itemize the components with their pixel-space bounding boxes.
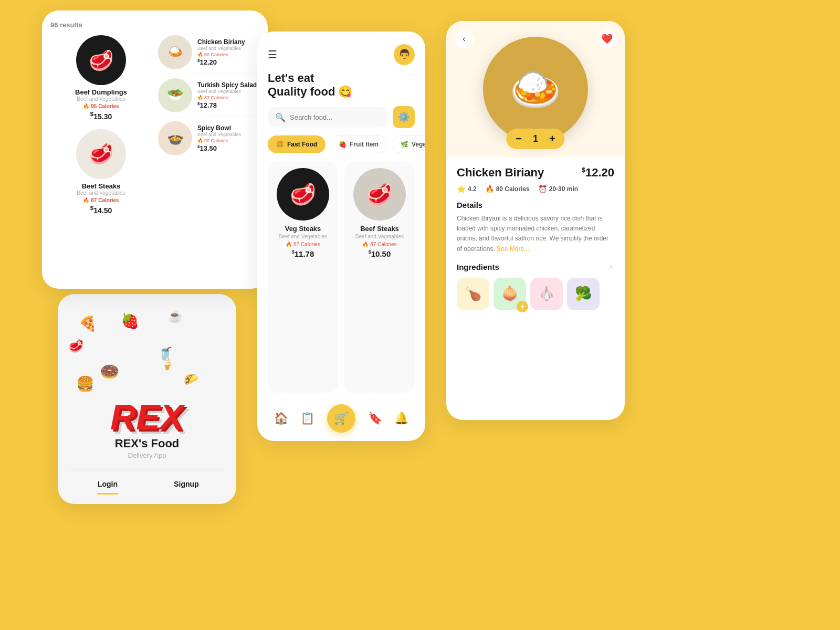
menu-icon[interactable]: ☰ bbox=[268, 48, 277, 61]
calories-value: 80 Calories bbox=[496, 185, 530, 193]
calories-row: 🔥 95 Calories bbox=[83, 103, 119, 109]
coffee-icon: ☕ bbox=[168, 310, 182, 323]
icecream-icon: 🍦 bbox=[160, 357, 174, 371]
cart-nav-button[interactable]: 🛒 bbox=[327, 404, 355, 433]
veg-steaks-image: 🥩 bbox=[277, 168, 329, 220]
calories-text: 87 Calories bbox=[204, 95, 228, 100]
splash-card: 🍕 🍓 ☕ 🥩 🥤 🍩 🍦 🍔 🌮 REX REX's Food Deliver… bbox=[58, 294, 236, 504]
food-image: 🍲 bbox=[158, 121, 192, 155]
rating-meta: ⭐ 4.2 bbox=[457, 185, 477, 193]
bookmark-nav-icon[interactable]: 🔖 bbox=[368, 412, 382, 425]
ingredients-title: Ingredients bbox=[457, 262, 499, 271]
food-price: $15.30 bbox=[90, 110, 112, 121]
back-button[interactable]: ‹ bbox=[455, 29, 474, 48]
login-button[interactable]: Login bbox=[68, 477, 147, 491]
food-tile-name: Veg Steaks bbox=[285, 225, 321, 233]
emoji-decoration: 🍕 🍓 ☕ 🥩 🥤 🍩 🍦 🍔 🌮 bbox=[68, 310, 226, 394]
cat-label: Fast Food bbox=[287, 141, 317, 148]
clock-icon: ⏰ bbox=[538, 185, 547, 193]
filter-button[interactable]: ⚙️ bbox=[393, 106, 415, 128]
detail-title-row: Chicken Biriany $12.20 bbox=[457, 166, 614, 180]
results-count: 96 results bbox=[50, 21, 259, 29]
quantity-value: 1 bbox=[530, 133, 541, 144]
list-item[interactable]: 🍲 Spicy Bowl Beef and Vegetables 🔥 90 Ca… bbox=[158, 121, 259, 155]
burger-icon: 🍔 bbox=[76, 375, 94, 393]
left-column: 🥩 Beef Dumplings Beef and Vegetables 🔥 9… bbox=[50, 35, 152, 277]
food-desc: Beef and Vegetables bbox=[197, 89, 257, 94]
food-tile-cal: 🔥 87 Calories bbox=[286, 242, 320, 247]
food-description: Chicken Biryani is a delicious savory ri… bbox=[457, 214, 614, 254]
food-tile-desc: Beef and Vegetables bbox=[279, 234, 327, 239]
calories-text: 90 Calories bbox=[204, 138, 228, 143]
food-image: 🍛 bbox=[158, 35, 192, 69]
list-item[interactable]: 🥩 Beef Dumplings Beef and Vegetables 🔥 9… bbox=[50, 35, 152, 121]
ingredients-arrow-icon[interactable]: → bbox=[605, 261, 614, 272]
quantity-decrease-button[interactable]: − bbox=[516, 133, 522, 145]
see-more-link[interactable]: See More... bbox=[497, 245, 529, 253]
fruit-cat-icon: 🍓 bbox=[339, 141, 346, 148]
calories-meta: 🔥 80 Calories bbox=[485, 185, 530, 193]
food-price: $12.78 bbox=[197, 101, 257, 109]
greeting-section: Let's eat Quality food 😋 bbox=[257, 71, 425, 106]
food-info: Turkish Spicy Salad Beef and Vegetables … bbox=[197, 81, 257, 109]
signup-button[interactable]: Signup bbox=[147, 477, 226, 491]
food-desc: Beef and Vegetables bbox=[77, 96, 125, 102]
detail-food-name: Chicken Biriany bbox=[457, 166, 544, 180]
detail-content: Chicken Biriany $12.20 ⭐ 4.2 🔥 80 Calori… bbox=[446, 158, 625, 420]
strawberry-icon: 🍓 bbox=[121, 312, 139, 330]
food-desc: Beef and Vegetables bbox=[197, 132, 241, 137]
cat-label: Fruit Item bbox=[350, 141, 379, 148]
search-bar[interactable]: 🔍 bbox=[268, 107, 387, 128]
app-subtitle: Delivery App bbox=[128, 452, 166, 459]
ingredients-row: 🍗 🧅 + 🧄 🥦 bbox=[457, 278, 614, 310]
orders-nav-icon[interactable]: 📋 bbox=[300, 412, 314, 425]
food-tile-price: $10.50 bbox=[369, 249, 391, 258]
food-info: Spicy Bowl Beef and Vegetables 🔥 90 Calo… bbox=[197, 124, 241, 152]
ingredients-header: Ingredients → bbox=[457, 261, 614, 272]
category-row: 🍔 Fast Food 🍓 Fruit Item 🌿 Vege... bbox=[257, 135, 425, 162]
food-price: $14.50 bbox=[90, 204, 112, 215]
rex-logo-text: REX bbox=[110, 399, 184, 435]
food-grid: 🥩 Veg Steaks Beef and Vegetables 🔥 87 Ca… bbox=[257, 162, 425, 393]
food-desc: Beef and Vegetables bbox=[77, 190, 125, 196]
time-value: 20-30 min bbox=[549, 185, 578, 193]
food-list-card: 96 results 🥩 Beef Dumplings Beef and Veg… bbox=[42, 10, 268, 289]
food-tile-name: Beef Steaks bbox=[360, 225, 399, 233]
food-price: $12.20 bbox=[197, 58, 245, 66]
list-item[interactable]: 🥗 Turkish Spicy Salad Beef and Vegetable… bbox=[158, 78, 259, 117]
ingredient-broccoli: 🥦 bbox=[567, 278, 600, 310]
donut-icon: 🍩 bbox=[100, 362, 119, 381]
detail-image-area: 🍛 ‹ ❤️ − 1 + bbox=[446, 21, 625, 158]
fire-icon: 🔥 bbox=[286, 242, 292, 247]
fire-icon: 🔥 bbox=[83, 103, 89, 109]
category-fruit[interactable]: 🍓 Fruit Item bbox=[330, 135, 387, 153]
quantity-increase-button[interactable]: + bbox=[549, 133, 555, 145]
detail-food-image: 🍛 bbox=[483, 37, 588, 142]
category-vege[interactable]: 🌿 Vege... bbox=[392, 135, 425, 153]
time-meta: ⏰ 20-30 min bbox=[538, 185, 578, 193]
food-tile-veg-steaks[interactable]: 🥩 Veg Steaks Beef and Vegetables 🔥 87 Ca… bbox=[268, 162, 338, 393]
favorite-button[interactable]: ❤️ bbox=[597, 29, 616, 48]
greeting-line1: Let's eat bbox=[268, 71, 415, 85]
calories-text: 87 Calories bbox=[91, 197, 119, 203]
user-avatar[interactable]: 👨 bbox=[394, 44, 415, 65]
list-item[interactable]: 🍛 Chicken Biriany Beef and Vegetables 🔥 … bbox=[158, 35, 259, 74]
taco-icon: 🌮 bbox=[184, 373, 198, 386]
calories-text: 95 Calories bbox=[91, 103, 119, 109]
category-fast-food[interactable]: 🍔 Fast Food bbox=[268, 135, 326, 153]
food-info: Chicken Biriany Beef and Vegetables 🔥 80… bbox=[197, 38, 245, 66]
list-item[interactable]: 🥩 Beef Steaks Beef and Vegetables 🔥 87 C… bbox=[50, 129, 152, 215]
food-name: Turkish Spicy Salad bbox=[197, 81, 257, 89]
calories-row: 🔥 87 Calories bbox=[197, 95, 257, 100]
bell-nav-icon[interactable]: 🔔 bbox=[394, 412, 408, 425]
app-header: ☰ 👨 bbox=[257, 32, 425, 71]
search-input[interactable] bbox=[290, 113, 380, 121]
food-desc: Beef and Vegetables bbox=[197, 46, 245, 51]
home-nav-icon[interactable]: 🏠 bbox=[274, 412, 288, 425]
food-tile-desc: Beef and Vegetables bbox=[355, 234, 404, 239]
greeting-line2: Quality food 😋 bbox=[268, 85, 415, 99]
food-tile-beef-steaks[interactable]: 🥩 Beef Steaks Beef and Vegetables 🔥 87 C… bbox=[344, 162, 415, 393]
add-ingredient-button[interactable]: + bbox=[517, 301, 528, 312]
burger-cat-icon: 🍔 bbox=[276, 141, 284, 148]
ingredient-chicken: 🍗 bbox=[457, 278, 489, 310]
